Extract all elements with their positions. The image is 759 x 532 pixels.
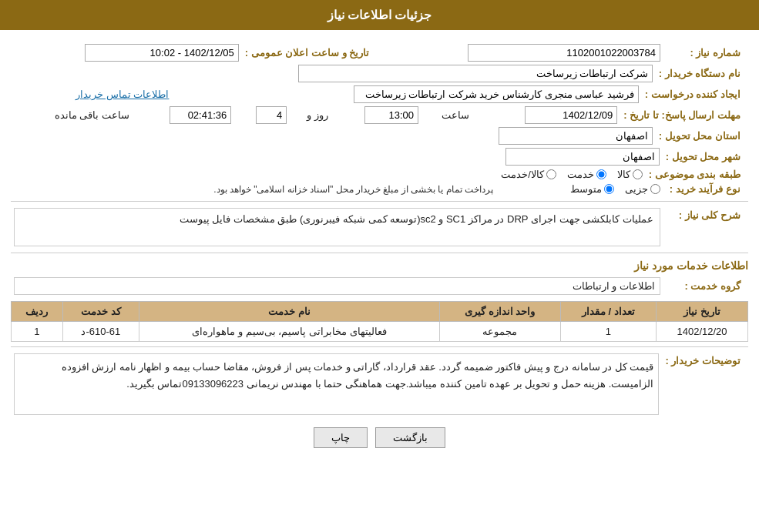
cell-tarikh: 1402/12/20: [657, 322, 748, 342]
col-radif: ردیف: [12, 302, 63, 322]
cell-tedad: 1: [560, 322, 656, 342]
cell-vahedAndaze: مجموعه: [439, 322, 560, 342]
namDastgah-input[interactable]: [298, 65, 653, 82]
groupKhedmat-text: اطلاعات و ارتباطات: [573, 280, 655, 292]
main-content: شماره نیاز : تاریخ و ساعت اعلان عمومی : …: [0, 38, 759, 453]
namDastgah-label: نام دستگاه خریدار :: [659, 68, 745, 79]
toseeh-label: توضیحات خریدار :: [665, 355, 745, 366]
saat-input[interactable]: [364, 106, 418, 124]
col-tarikh: تاریخ نیاز: [657, 302, 748, 322]
ijadKonande-input[interactable]: [354, 85, 639, 103]
cell-radif: 1: [12, 322, 63, 342]
baqiMande-input[interactable]: [170, 106, 231, 124]
rooz-label: روز و: [307, 109, 328, 121]
radio-khedmat[interactable]: خدمت: [567, 169, 606, 180]
noeFarayand-radio-group: جزیی متوسط: [504, 183, 660, 195]
sharh-box: عملیات کابلکشی جهت اجرای DRP در مراکز SC…: [14, 208, 660, 246]
shahrTahvil-label: شهر محل تحویل :: [666, 151, 745, 162]
back-button[interactable]: بازگشت: [375, 427, 445, 448]
tabaqe-radio-group: کالا خدمت کالا/خدمت: [14, 169, 643, 180]
col-namKhedmat: نام خدمت: [139, 302, 440, 322]
services-table: تاریخ نیاز تعداد / مقدار واحد اندازه گیر…: [11, 301, 748, 342]
groupKhadamat-label: گروه خدمت :: [684, 280, 745, 292]
divider-3: [11, 346, 748, 347]
divider-2: [11, 253, 748, 253]
row-sharh: شرح کلی نیاز : عملیات کابلکشی جهت اجرای …: [11, 206, 748, 248]
tabaqeBandi-label: طبقه بندی موضوعی :: [649, 169, 745, 180]
row-ijadKonande: ایجاد کننده درخواست : اطلاعات تماس خریدا…: [11, 84, 748, 105]
noeFarayand-label: نوع فرآیند خرید :: [670, 183, 745, 195]
row-groupKhedmat: گروه خدمت : اطلاعات و ارتباطات: [11, 276, 748, 296]
cell-namKhedmat: فعالیتهای مخابراتی پاسیم، بی‌سیم و ماهوا…: [139, 322, 440, 342]
rooz-input[interactable]: [256, 106, 287, 124]
page-title: جزئیات اطلاعات نیاز: [327, 8, 432, 22]
shahrTahvil-input[interactable]: [505, 148, 660, 166]
ostanTahvil-label: استان محل تحویل :: [659, 130, 745, 142]
divider-1: [11, 201, 748, 202]
mohlat-label: مهلت ارسال پاسخ: تا تاریخ :: [623, 109, 745, 121]
baqiMande-label: ساعت باقی مانده: [55, 109, 129, 121]
row-shahr: شهر محل تحویل :: [11, 146, 748, 167]
taarikh-input[interactable]: [85, 44, 239, 62]
shomareNiaz-input[interactable]: [468, 44, 660, 62]
ijadKonande-label: ایجاد کننده درخواست :: [645, 89, 745, 100]
col-tedad: تعداد / مقدار: [560, 302, 656, 322]
row-namDastgah: نام دستگاه خریدار :: [11, 63, 748, 84]
page-header: جزئیات اطلاعات نیاز: [0, 0, 759, 30]
col-kod: کد خدمت: [62, 302, 139, 322]
groupKhedmat-box: اطلاعات و ارتباطات: [14, 277, 660, 295]
taarikh-label: تاریخ و ساعت اعلان عمومی :: [245, 47, 374, 59]
sharh-label: شرح کلی نیاز :: [679, 209, 745, 221]
toseeh-box: قیمت کل در سامانه درج و پیش فاکتور ضمیمه…: [14, 353, 659, 415]
radio-jozii[interactable]: جزیی: [625, 183, 660, 195]
row-toseeh: توضیحات خریدار : قیمت کل در سامانه درج و…: [11, 352, 748, 417]
saat-label: ساعت: [442, 109, 469, 121]
noeFarayand-note: پرداخت تمام یا بخشی از مبلغ خریدار محل "…: [213, 184, 493, 195]
sharh-text: عملیات کابلکشی جهت اجرای DRP در مراکز SC…: [180, 213, 653, 225]
shomareNiaz-label: شماره نیاز :: [690, 47, 745, 59]
ettelaat-tamas-link[interactable]: اطلاعات تماس خریدار: [76, 89, 169, 100]
row-mohlat: مهلت ارسال پاسخ: تا تاریخ : ساعت روز و: [11, 105, 748, 125]
ostanTahvil-input[interactable]: [499, 127, 653, 145]
ettelaat-section-title: اطلاعات خدمات مورد نیاز: [11, 259, 748, 272]
page-container: جزئیات اطلاعات نیاز شماره نیاز : تاریخ و…: [0, 0, 759, 532]
row-tabaqe: طبقه بندی موضوعی : کالا خدمت: [11, 167, 748, 182]
table-row: 1402/12/201مجموعهفعالیتهای مخابراتی پاسی…: [12, 322, 748, 342]
row-noeFarayand: نوع فرآیند خرید : جزیی متوسط: [11, 182, 748, 196]
print-button[interactable]: چاپ: [314, 427, 368, 448]
cell-kodKhedmat: 610-61-د: [62, 322, 139, 342]
row-shomareNiaz: شماره نیاز : تاریخ و ساعت اعلان عمومی :: [11, 42, 748, 63]
row-ostan: استان محل تحویل :: [11, 125, 748, 146]
radio-kala-khedmat[interactable]: کالا/خدمت: [501, 169, 556, 180]
button-row: بازگشت چاپ: [11, 427, 748, 448]
radio-kala[interactable]: کالا: [617, 169, 643, 180]
toseeh-text: قیمت کل در سامانه درج و پیش فاکتور ضمیمه…: [62, 361, 654, 390]
date-input[interactable]: [525, 106, 617, 124]
radio-motavaset[interactable]: متوسط: [570, 183, 614, 195]
col-vahed: واحد اندازه گیری: [439, 302, 560, 322]
